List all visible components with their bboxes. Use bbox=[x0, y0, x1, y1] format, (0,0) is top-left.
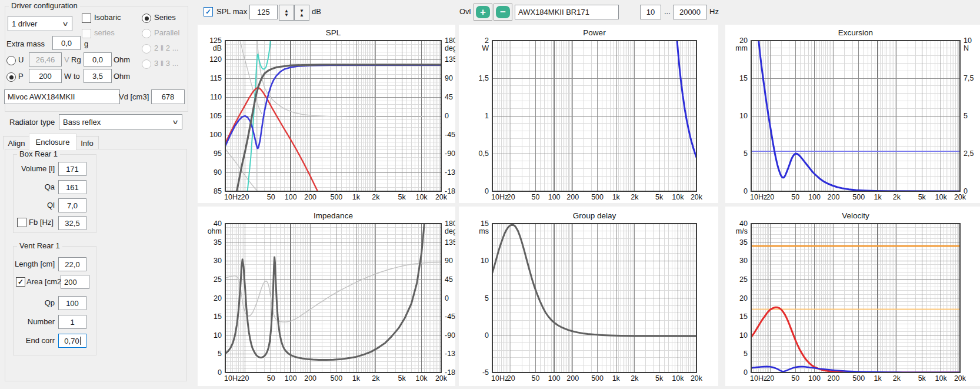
power-field[interactable]: 200 bbox=[29, 69, 62, 83]
top-bar: ✓ SPL max 125 ▲ ▼ ▼ ▲ dB Ovl + − AWX184M… bbox=[195, 0, 980, 24]
vent-number-label: Number bbox=[14, 317, 55, 327]
x-tick-label: 20 bbox=[241, 193, 249, 201]
tick-label: 35 bbox=[214, 238, 222, 247]
series-small-checkbox[interactable] bbox=[82, 29, 91, 38]
x-tick-label: 20 bbox=[507, 374, 515, 383]
end-corr-value: 0,70 bbox=[64, 337, 79, 345]
box-rear-label: Box Rear 1 bbox=[17, 149, 60, 158]
tick-label: 135 bbox=[445, 55, 455, 64]
tick-label: 90 bbox=[214, 168, 222, 177]
tick-label: 90 bbox=[445, 74, 453, 82]
volume-field[interactable]: 171 bbox=[58, 162, 86, 176]
vd-label: Vd [cm3] bbox=[119, 92, 149, 102]
chart-title: Velocity bbox=[842, 211, 869, 220]
freq-range-dots: ... bbox=[664, 7, 671, 16]
isobaric-checkbox[interactable] bbox=[82, 14, 91, 23]
vent-length-field[interactable]: 22,0 bbox=[58, 257, 86, 271]
tick-label: 5 bbox=[485, 294, 489, 302]
tick-label: 180 bbox=[445, 36, 455, 45]
vent-area-field[interactable]: 200 bbox=[61, 275, 89, 289]
chart-panel-velocity: Velocity4035302520151050m/s10Hz205010020… bbox=[725, 207, 980, 386]
radiator-type-value: Bass reflex bbox=[63, 118, 101, 127]
series-radio[interactable] bbox=[142, 14, 151, 23]
spl-max-fit-button[interactable]: ▼ ▲ bbox=[294, 5, 309, 21]
chart-panel-power: Power21,510,50W10Hz20501002005001k2k5k10… bbox=[459, 25, 718, 203]
load-field[interactable]: 3,5 bbox=[84, 69, 112, 83]
series-max-spl bbox=[247, 38, 271, 195]
tick-label: 20 bbox=[739, 36, 748, 45]
tab-enclosure[interactable]: Enclosure bbox=[29, 134, 76, 150]
tick-label: 45 bbox=[445, 93, 453, 101]
spl-max-field[interactable]: 125 bbox=[249, 5, 278, 19]
x-tick-label: 50 bbox=[791, 374, 799, 383]
overlay-name-field[interactable]: AWX184MKII BR171 bbox=[515, 5, 619, 19]
spl-max-label: SPL max bbox=[216, 7, 247, 16]
extra-mass-field[interactable]: 0,0 bbox=[52, 36, 81, 50]
x-tick-label: 10k bbox=[415, 374, 428, 383]
tab-align[interactable]: Align bbox=[3, 136, 30, 149]
end-corr-field[interactable]: 0,70 bbox=[58, 334, 86, 348]
tick-label: 30 bbox=[739, 257, 748, 265]
spl-max-checkbox[interactable]: ✓ bbox=[204, 7, 213, 16]
x-tick-label: 10k bbox=[935, 193, 948, 201]
fb-field[interactable]: 32,5 bbox=[58, 216, 86, 230]
driver-count-select[interactable]: 1 driver ∨ bbox=[8, 16, 72, 31]
tab-align-label: Align bbox=[8, 139, 25, 148]
voltage-radio[interactable] bbox=[6, 56, 16, 65]
spl-max-spinner[interactable]: ▲ ▼ bbox=[279, 5, 294, 21]
tick-label: 0 bbox=[445, 112, 449, 120]
x-tick-label: 5k bbox=[918, 193, 926, 201]
series-impedance bbox=[225, 216, 425, 360]
tab-info[interactable]: Info bbox=[75, 136, 99, 149]
fb-checkbox[interactable] bbox=[17, 218, 26, 227]
power-radio[interactable] bbox=[6, 72, 16, 82]
right-axis-unit: deg bbox=[445, 227, 455, 235]
two-parallel-radio[interactable] bbox=[142, 44, 151, 54]
ql-field[interactable]: 7,0 bbox=[58, 198, 86, 212]
right-axis-unit: deg bbox=[445, 44, 455, 52]
qa-field[interactable]: 161 bbox=[58, 180, 86, 194]
series-total bbox=[231, 65, 441, 203]
x-tick-label: 5k bbox=[398, 193, 406, 201]
x-tick-label: 500 bbox=[591, 374, 604, 383]
vd-field[interactable]: 678 bbox=[151, 89, 185, 104]
tick-label: 40 bbox=[739, 220, 748, 228]
x-tick-label: 10Hz bbox=[491, 374, 508, 383]
three-parallel-radio[interactable] bbox=[142, 59, 151, 69]
x-tick-label: 1k bbox=[874, 193, 882, 201]
freq-max-field[interactable]: 20000 bbox=[673, 5, 707, 19]
vent-area-checkbox[interactable]: ✓ bbox=[16, 277, 25, 287]
three-parallel-label: 3 ‖ 3 ... bbox=[154, 59, 179, 68]
freq-min-field[interactable]: 10 bbox=[640, 5, 661, 19]
volume-label: Volume [l] bbox=[14, 164, 55, 174]
chart-panel-impedance: Impedance4035302520151050ohm18013590450-… bbox=[198, 207, 455, 386]
radiator-type-select[interactable]: Bass reflex ∨ bbox=[59, 114, 182, 129]
x-tick-label: 1k bbox=[612, 193, 621, 201]
series-phase-diag bbox=[239, 39, 262, 114]
x-tick-label: 10Hz bbox=[224, 193, 241, 201]
vent-length-label: Length [cm] bbox=[14, 260, 55, 269]
x-tick-label: 200 bbox=[827, 374, 839, 383]
voltage-unit: V bbox=[64, 55, 69, 65]
x-tick-label: 10k bbox=[672, 374, 684, 383]
text-cursor bbox=[80, 337, 81, 345]
overlay-add-button[interactable]: + bbox=[474, 4, 492, 21]
series-port bbox=[225, 88, 321, 198]
tab-enclosure-label: Enclosure bbox=[36, 138, 70, 147]
driver-name-field[interactable]: Mivoc AWX184MKII bbox=[4, 89, 120, 104]
tick-label: 120 bbox=[209, 55, 222, 64]
parallel-radio[interactable] bbox=[142, 29, 151, 38]
x-tick-label: 500 bbox=[591, 193, 604, 201]
tick-label: 100 bbox=[209, 131, 222, 139]
rg-field[interactable]: 0,0 bbox=[84, 52, 112, 67]
vent-qp-field[interactable]: 100 bbox=[58, 296, 86, 310]
app-window: Driver configuration 1 driver ∨ Isobaric… bbox=[0, 0, 980, 389]
overlay-remove-button[interactable]: − bbox=[494, 4, 512, 21]
vent-number-field[interactable]: 1 bbox=[58, 315, 86, 329]
tick-label: 40 bbox=[214, 220, 222, 228]
chart-title: Impedance bbox=[314, 211, 353, 220]
voltage-field[interactable]: 26,46 bbox=[29, 52, 62, 67]
tick-label: 20 bbox=[739, 294, 748, 302]
left-panel: Driver configuration 1 driver ∨ Isobaric… bbox=[0, 0, 195, 389]
x-tick-label: 20k bbox=[691, 193, 703, 201]
